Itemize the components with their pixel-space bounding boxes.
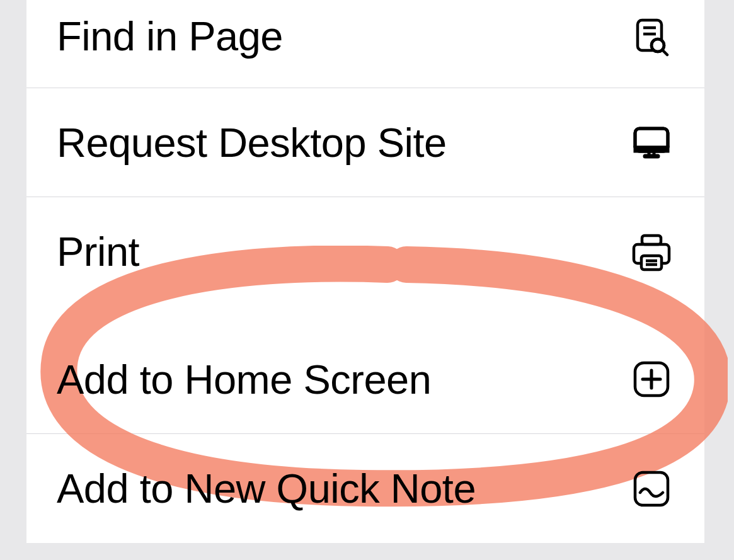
menu-item-label: Add to Home Screen <box>57 356 431 403</box>
menu-item-find-in-page[interactable]: Find in Page <box>26 0 704 88</box>
menu-item-print[interactable]: Print <box>26 197 704 306</box>
menu-item-label: Request Desktop Site <box>57 119 447 166</box>
share-menu: Find in Page Request Desktop Site <box>26 0 704 543</box>
find-in-page-icon <box>629 14 674 59</box>
quick-note-icon <box>629 466 674 511</box>
printer-icon <box>629 229 674 275</box>
svg-rect-10 <box>641 256 662 270</box>
menu-item-add-home-screen[interactable]: Add to Home Screen <box>26 325 704 434</box>
add-square-icon <box>629 357 674 402</box>
menu-item-request-desktop[interactable]: Request Desktop Site <box>26 88 704 197</box>
menu-section-page-actions: Find in Page Request Desktop Site <box>26 0 704 306</box>
svg-rect-16 <box>635 472 668 505</box>
svg-rect-8 <box>635 147 668 151</box>
menu-item-label: Add to New Quick Note <box>57 465 476 512</box>
menu-item-add-quick-note[interactable]: Add to New Quick Note <box>26 434 704 543</box>
menu-section-add-actions: Add to Home Screen Add to New Quick Note <box>26 325 704 543</box>
menu-item-label: Find in Page <box>57 13 283 60</box>
svg-line-5 <box>662 50 667 55</box>
desktop-icon <box>629 120 674 165</box>
menu-item-label: Print <box>57 228 139 275</box>
